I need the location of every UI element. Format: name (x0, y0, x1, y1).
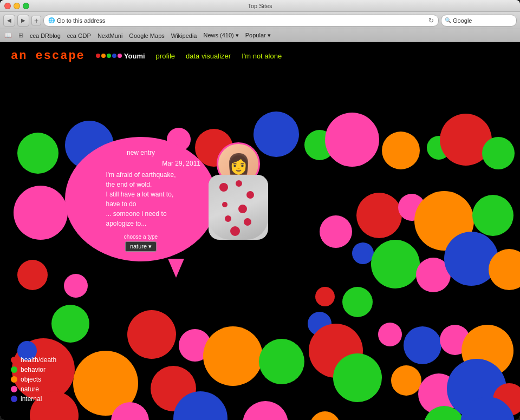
legend-dot-health (11, 357, 17, 363)
background-dot (127, 310, 176, 359)
search-text: Google (453, 17, 472, 24)
background-dot (333, 353, 382, 402)
background-dot (17, 133, 58, 174)
bookmarks-bar: 📖 ⊞ cca DRblog cca GDP NextMuni Google M… (0, 29, 520, 42)
background-dot (391, 365, 421, 396)
background-dot (342, 287, 373, 317)
nav-profile[interactable]: profile (156, 52, 175, 60)
legend-item-health: health/death (11, 356, 56, 364)
legend-dot-nature (11, 386, 17, 392)
background-dot (259, 339, 304, 384)
speech-bubble: new entry Mar 29, 2011 I'm afraid of ear… (65, 137, 217, 261)
bookmark-cca-drblog[interactable]: cca DRblog (30, 32, 61, 39)
browser-frame: Top Sites ◀ ▶ + 🌐 Go to this address ↻ 🔍… (0, 0, 520, 420)
youmi-dot-2 (101, 54, 106, 58)
nav-data-visualizer[interactable]: data visualizer (186, 52, 231, 60)
bookmarks-icon: 📖 (4, 32, 12, 39)
youmi-label[interactable]: Youmi (124, 52, 145, 60)
app-nav: an escape Youmi profile data visualizer … (0, 42, 520, 69)
youmi-dots-group (96, 54, 122, 58)
background-dot (253, 111, 299, 157)
address-bar[interactable]: 🌐 Go to this address ↻ (43, 15, 439, 27)
window-title: Top Sites (248, 3, 272, 9)
address-text: Go to this address (57, 17, 426, 24)
bookmark-wikipedia[interactable]: Wikipedia (171, 32, 197, 39)
maximize-button[interactable] (23, 3, 29, 9)
background-dot (64, 274, 88, 298)
minimize-button[interactable] (14, 3, 20, 9)
background-dot (325, 113, 379, 167)
location-icon: 🌐 (48, 17, 55, 23)
nav-not-alone[interactable]: I'm not alone (242, 52, 282, 60)
background-dot (243, 401, 288, 420)
legend-label-internal: internal (21, 395, 42, 403)
title-bar: Top Sites (0, 0, 520, 12)
background-dot (378, 323, 402, 346)
legend-label-objects: objects (21, 376, 41, 383)
search-icon: 🔍 (445, 17, 451, 23)
avatar-container: 👩 (217, 142, 260, 186)
bookmark-googlemaps[interactable]: Google Maps (129, 32, 164, 39)
bookmark-cca-gdp[interactable]: cca GDP (67, 32, 91, 39)
background-dot (315, 287, 335, 306)
legend-label-nature: nature (21, 385, 39, 393)
forward-button[interactable]: ▶ (17, 15, 29, 27)
background-dot (356, 193, 402, 238)
reload-button[interactable]: ↻ (428, 17, 434, 24)
legend-item-internal: internal (11, 395, 56, 403)
legend-item-nature: nature (11, 385, 56, 393)
background-dot (482, 137, 515, 169)
background-dot (310, 411, 340, 420)
background-dot (371, 240, 420, 288)
bubble-content: I'm afraid of earthquake, the end of wol… (106, 170, 176, 228)
background-dot (203, 326, 263, 386)
legend-label-health: health/death (21, 356, 56, 364)
background-dot (51, 305, 89, 343)
legend-dot-behavior (11, 366, 17, 373)
youmi-dot-4 (112, 54, 116, 58)
bubble-choose-label: choose a type (124, 234, 158, 240)
background-dot (382, 132, 420, 169)
browser-toolbar: ◀ ▶ + 🌐 Go to this address ↻ 🔍 Google (0, 12, 520, 29)
background-dot (404, 326, 441, 364)
legend-item-behavior: behavior (11, 366, 56, 373)
bubble-new-entry-label[interactable]: new entry (127, 149, 155, 156)
bubble-date: Mar 29, 2011 (162, 160, 200, 167)
window-controls (4, 3, 29, 9)
app-logo: an escape (11, 49, 85, 63)
background-dot (472, 195, 514, 236)
back-button[interactable]: ◀ (3, 15, 15, 27)
bookmark-news[interactable]: News (410) ▾ (203, 32, 238, 39)
bookmark-nextmuni[interactable]: NextMuni (98, 32, 122, 39)
background-dot (352, 242, 374, 264)
background-dot (17, 260, 48, 290)
youmi-logo: Youmi (96, 52, 145, 60)
grid-icon: ⊞ (18, 32, 23, 39)
legend-item-objects: objects (11, 376, 56, 383)
close-button[interactable] (4, 3, 11, 9)
bookmark-popular[interactable]: Popular ▾ (245, 32, 271, 39)
search-bar[interactable]: 🔍 Google (441, 15, 517, 27)
youmi-dot-5 (118, 54, 122, 58)
add-button[interactable]: + (31, 16, 41, 25)
content-area: an escape Youmi profile data visualizer … (0, 42, 520, 420)
legend: health/death behavior objects nature int… (11, 356, 56, 405)
legend-dot-objects (11, 376, 17, 383)
youmi-dot-1 (96, 54, 100, 58)
youmi-dot-3 (107, 54, 111, 58)
legend-label-behavior: behavior (21, 366, 46, 373)
bubble-dropdown[interactable]: nature ▾ (125, 241, 157, 252)
avatar-body (209, 175, 268, 240)
background-dot (14, 186, 68, 240)
legend-dot-internal (11, 396, 17, 402)
background-dot (320, 215, 352, 248)
